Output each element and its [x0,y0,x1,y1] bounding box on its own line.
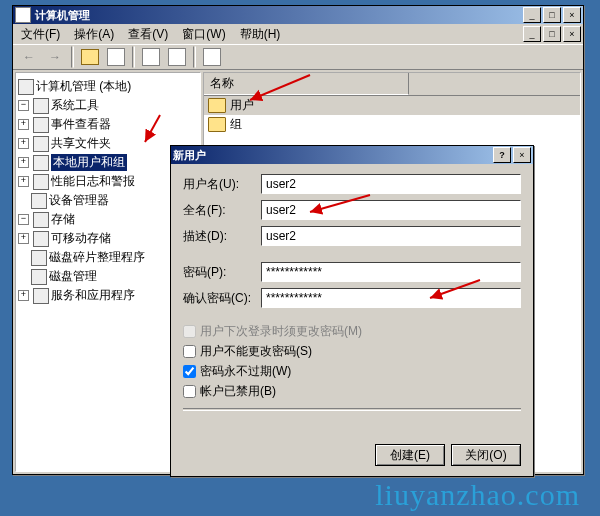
label-confirm-password: 确认密码(C): [183,290,261,307]
main-titlebar[interactable]: 计算机管理 _ □ × [13,6,583,24]
mdi-restore-button[interactable]: □ [543,26,561,42]
tree-event-viewer[interactable]: +事件查看器 [18,115,198,134]
export-button[interactable] [139,45,163,69]
checkbox-account-disabled[interactable]: 帐户已禁用(B) [183,383,521,400]
column-name[interactable]: 名称 [204,73,409,95]
list-row-users[interactable]: 用户 [204,96,580,115]
label-fullname: 全名(F): [183,202,261,219]
dialog-title: 新用户 [173,148,493,163]
list-header[interactable]: 名称 [204,73,580,96]
mdi-minimize-button[interactable]: _ [523,26,541,42]
checkbox-never-expire[interactable]: 密码永不过期(W) [183,363,521,380]
back-button[interactable] [17,45,41,69]
close-dialog-button[interactable]: 关闭(O) [451,444,521,466]
dialog-close-button[interactable]: × [513,147,531,163]
dialog-help-button[interactable]: ? [493,147,511,163]
label-description: 描述(D): [183,228,261,245]
menu-window[interactable]: 窗口(W) [176,24,231,45]
new-user-dialog: 新用户 ? × 用户名(U): 全名(F): 描述(D): 密码(P): 确认密… [170,145,534,477]
minimize-button[interactable]: _ [523,7,541,23]
create-button[interactable]: 创建(E) [375,444,445,466]
checkbox-must-change: 用户下次登录时须更改密码(M) [183,323,521,340]
menubar: 文件(F) 操作(A) 查看(V) 窗口(W) 帮助(H) _ □ × [13,24,583,44]
folder-icon [208,117,226,132]
folder-icon [208,98,226,113]
confirm-password-field[interactable] [261,288,521,308]
toolbar [13,44,583,70]
label-password: 密码(P): [183,264,261,281]
toolbar-separator [71,46,74,68]
up-button[interactable] [78,45,102,69]
refresh-button[interactable] [165,45,189,69]
mdi-close-button[interactable]: × [563,26,581,42]
menu-help[interactable]: 帮助(H) [234,24,287,45]
password-field[interactable] [261,262,521,282]
forward-button[interactable] [43,45,67,69]
checkbox-cannot-change[interactable]: 用户不能更改密码(S) [183,343,521,360]
menu-view[interactable]: 查看(V) [122,24,174,45]
username-field[interactable] [261,174,521,194]
main-title: 计算机管理 [35,8,523,23]
maximize-button[interactable]: □ [543,7,561,23]
dialog-separator [183,408,521,411]
toolbar-separator [132,46,135,68]
tree-system-tools[interactable]: −系统工具 [18,96,198,115]
app-icon [15,7,31,23]
menu-action[interactable]: 操作(A) [68,24,120,45]
close-button[interactable]: × [563,7,581,23]
dialog-titlebar[interactable]: 新用户 ? × [171,146,533,164]
watermark-url: liuyanzhao.com [375,478,580,512]
help-button[interactable] [200,45,224,69]
tree-root[interactable]: 计算机管理 (本地) [18,77,198,96]
description-field[interactable] [261,226,521,246]
properties-button[interactable] [104,45,128,69]
menu-file[interactable]: 文件(F) [15,24,66,45]
toolbar-separator [193,46,196,68]
list-row-groups[interactable]: 组 [204,115,580,134]
fullname-field[interactable] [261,200,521,220]
label-username: 用户名(U): [183,176,261,193]
